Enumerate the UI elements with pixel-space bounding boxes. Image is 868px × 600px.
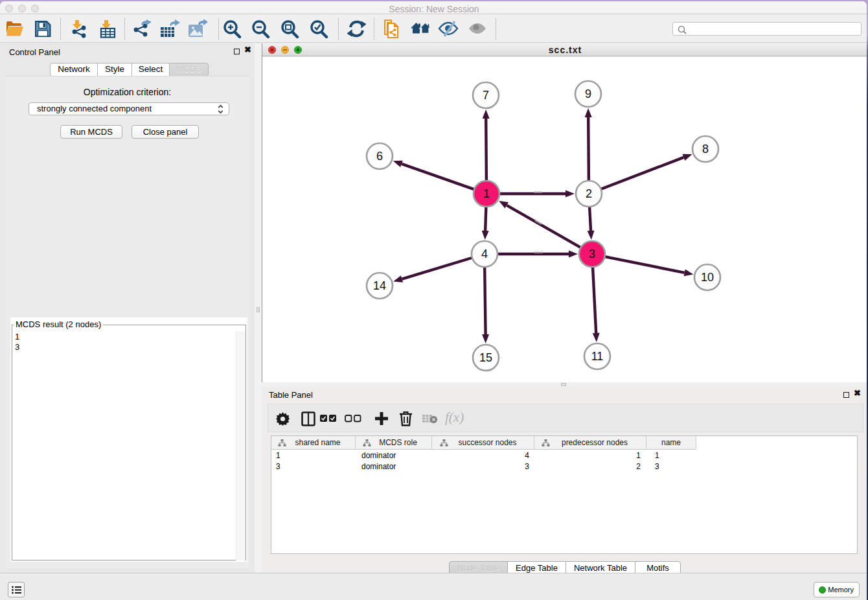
- svg-text:9: 9: [585, 87, 591, 100]
- svg-text:2: 2: [586, 187, 592, 200]
- svg-text:15: 15: [479, 351, 492, 364]
- svg-text:11: 11: [591, 350, 604, 363]
- svg-text:14: 14: [373, 279, 386, 292]
- svg-text:1: 1: [483, 187, 490, 200]
- svg-text:8: 8: [702, 143, 709, 156]
- svg-text:3: 3: [589, 248, 595, 260]
- svg-text:10: 10: [701, 271, 714, 284]
- svg-text:7: 7: [483, 89, 489, 102]
- svg-text:4: 4: [481, 248, 488, 260]
- svg-text:6: 6: [376, 150, 383, 163]
